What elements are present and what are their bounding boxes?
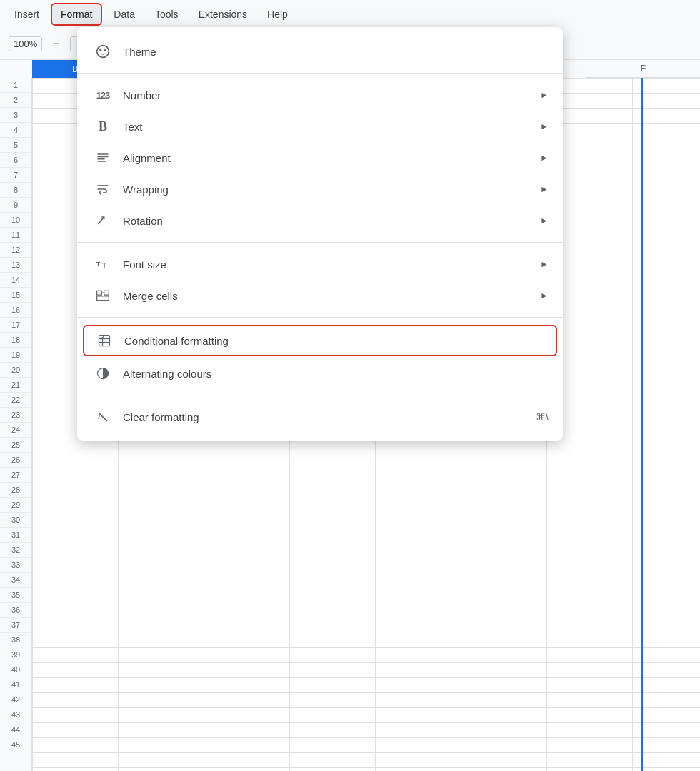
number-arrow: ► (540, 90, 549, 100)
svg-point-2 (104, 49, 106, 51)
divider-4 (77, 395, 563, 395)
menu-item-conditional[interactable]: Conditional formatting (83, 325, 557, 356)
svg-rect-14 (97, 296, 109, 301)
svg-rect-11 (97, 291, 102, 295)
row-num-23: 23 (0, 408, 31, 423)
row-num-1: 1 (0, 78, 31, 93)
wrapping-label: Wrapping (123, 183, 540, 196)
menu-section-size: T T Font size ► Merge cells ► (77, 246, 563, 314)
menu-section-format: 123 Number ► B Text ► Alignment ► (77, 76, 563, 239)
alternating-label: Alternating colours (123, 368, 549, 380)
row-num-43: 43 (0, 707, 31, 722)
row-num-30: 30 (0, 513, 31, 528)
row-num-39: 39 (0, 647, 31, 662)
row-num-29: 29 (0, 498, 31, 513)
svg-point-1 (100, 49, 102, 51)
row-num-16: 16 (0, 303, 31, 318)
row-num-33: 33 (0, 558, 31, 573)
row-num-42: 42 (0, 692, 31, 707)
text-label: Text (123, 121, 540, 133)
row-num-6: 6 (0, 153, 31, 168)
format-dropdown-menu: Theme 123 Number ► B Text ► Alignment (77, 27, 563, 441)
row-num-2: 2 (0, 93, 31, 108)
clearformat-label: Clear formatting (123, 411, 536, 423)
row-num-12: 12 (0, 243, 31, 258)
number-icon: 123 (91, 90, 114, 101)
row-num-36: 36 (0, 603, 31, 618)
row-num-8: 8 (0, 183, 31, 198)
divider-3 (77, 317, 563, 318)
row-num-38: 38 (0, 633, 31, 647)
fontsize-icon: T T (91, 257, 114, 271)
menu-item-alignment[interactable]: Alignment ► (77, 142, 563, 173)
row-num-14: 14 (0, 273, 31, 288)
row-numbers: 1 2 3 4 5 6 7 8 9 10 11 12 13 14 15 16 1… (0, 78, 32, 771)
wrapping-arrow: ► (540, 184, 549, 194)
row-num-20: 20 (0, 363, 31, 378)
number-label: Number (123, 89, 540, 101)
rotation-label: Rotation (123, 215, 540, 227)
menu-item-number[interactable]: 123 Number ► (77, 79, 563, 111)
row-num-31: 31 (0, 528, 31, 543)
alternating-icon (91, 366, 114, 381)
row-num-5: 5 (0, 138, 31, 153)
row-num-15: 15 (0, 288, 31, 303)
menu-item-fontsize[interactable]: T T Font size ► (77, 248, 563, 280)
menu-bar: Insert Format Data Tools Extensions Help (0, 0, 700, 29)
mergecells-label: Merge cells (123, 290, 540, 302)
alignment-icon (91, 151, 114, 165)
row-num-44: 44 (0, 722, 31, 737)
menu-item-wrapping[interactable]: Wrapping ► (77, 173, 563, 205)
row-num-4: 4 (0, 123, 31, 138)
row-num-22: 22 (0, 393, 31, 408)
menu-extensions[interactable]: Extensions (190, 4, 256, 24)
svg-text:T: T (101, 261, 106, 270)
row-num-17: 17 (0, 318, 31, 333)
row-num-9: 9 (0, 198, 31, 213)
zoom-minus-button[interactable]: − (48, 35, 64, 53)
menu-format[interactable]: Format (51, 3, 102, 26)
bold-icon: B (91, 119, 114, 134)
row-num-34: 34 (0, 573, 31, 588)
clearformat-shortcut: ⌘\ (536, 411, 549, 423)
svg-line-8 (98, 217, 104, 224)
menu-item-alternating[interactable]: Alternating colours (77, 358, 563, 389)
row-num-21: 21 (0, 378, 31, 393)
menu-help[interactable]: Help (259, 4, 296, 24)
menu-data[interactable]: Data (105, 4, 144, 24)
active-column-line (641, 60, 643, 771)
wrapping-icon (91, 182, 114, 196)
text-arrow: ► (540, 121, 549, 131)
fontsize-label: Font size (123, 258, 540, 271)
menu-item-theme[interactable]: Theme (77, 36, 563, 67)
row-num-37: 37 (0, 618, 31, 633)
zoom-level[interactable]: 100% (9, 36, 42, 51)
svg-rect-15 (99, 336, 110, 346)
menu-item-mergecells[interactable]: Merge cells ► (77, 280, 563, 311)
row-num-45: 45 (0, 737, 31, 752)
row-num-13: 13 (0, 258, 31, 273)
row-num-7: 7 (0, 168, 31, 183)
row-num-24: 24 (0, 423, 31, 438)
fontsize-arrow: ► (540, 259, 549, 269)
alignment-label: Alignment (123, 152, 540, 164)
menu-item-rotation[interactable]: Rotation ► (77, 205, 563, 236)
rotation-arrow: ► (540, 216, 549, 226)
row-num-25: 25 (0, 438, 31, 453)
menu-section-clear: T Clear formatting ⌘\ (77, 398, 563, 435)
mergecells-icon (91, 288, 114, 303)
row-num-35: 35 (0, 588, 31, 603)
mergecells-arrow: ► (540, 291, 549, 301)
menu-tools[interactable]: Tools (146, 4, 187, 24)
menu-insert[interactable]: Insert (6, 4, 48, 24)
menu-item-clearformat[interactable]: T Clear formatting ⌘\ (77, 401, 563, 433)
alignment-arrow: ► (540, 153, 549, 163)
menu-item-text[interactable]: B Text ► (77, 111, 563, 142)
row-num-26: 26 (0, 453, 31, 468)
f-column-header: F (586, 60, 700, 78)
row-num-19: 19 (0, 348, 31, 363)
conditional-label: Conditional formatting (124, 335, 547, 347)
theme-label: Theme (123, 46, 549, 58)
row-num-18: 18 (0, 333, 31, 348)
row-num-28: 28 (0, 483, 31, 498)
